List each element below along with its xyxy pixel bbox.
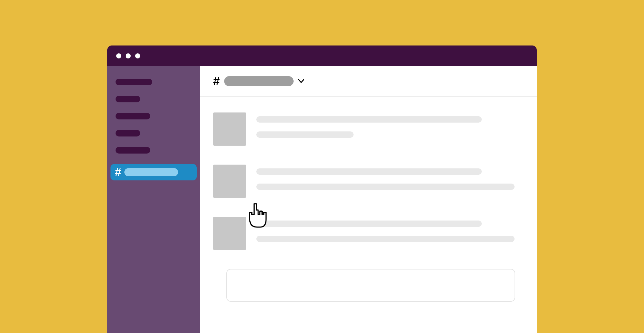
sidebar-active-channel-label	[124, 168, 178, 176]
message-input[interactable]	[226, 269, 515, 302]
chevron-down-icon[interactable]	[298, 79, 304, 83]
message-line	[256, 221, 482, 227]
main-pane: #	[200, 66, 537, 333]
message-body	[256, 217, 528, 250]
hash-icon: #	[115, 166, 121, 178]
app-body: # #	[107, 66, 537, 333]
minimize-icon[interactable]	[126, 53, 131, 58]
sidebar-active-channel[interactable]: #	[110, 164, 197, 180]
zoom-icon[interactable]	[135, 53, 140, 58]
avatar[interactable]	[213, 217, 246, 250]
sidebar-item[interactable]	[116, 147, 150, 154]
message-line	[256, 184, 515, 190]
message-row[interactable]	[213, 112, 528, 146]
message-body	[256, 112, 528, 146]
sidebar-item[interactable]	[116, 130, 140, 136]
message-line	[256, 116, 482, 123]
sidebar-item[interactable]	[116, 113, 150, 119]
sidebar-item[interactable]	[116, 79, 152, 85]
avatar[interactable]	[213, 165, 246, 198]
channel-name[interactable]	[224, 76, 294, 86]
window-titlebar	[107, 45, 537, 66]
channel-header: #	[200, 66, 537, 97]
close-icon[interactable]	[116, 53, 121, 58]
message-body	[256, 165, 528, 198]
sidebar: #	[107, 66, 200, 333]
message-line	[256, 168, 482, 175]
message-row[interactable]	[213, 217, 528, 250]
message-row[interactable]	[213, 165, 528, 198]
hash-icon: #	[213, 75, 220, 87]
message-list	[200, 97, 537, 333]
app-window: # #	[107, 45, 537, 333]
message-line	[256, 236, 515, 242]
avatar[interactable]	[213, 112, 246, 146]
message-line	[256, 131, 354, 138]
sidebar-item[interactable]	[116, 96, 140, 102]
